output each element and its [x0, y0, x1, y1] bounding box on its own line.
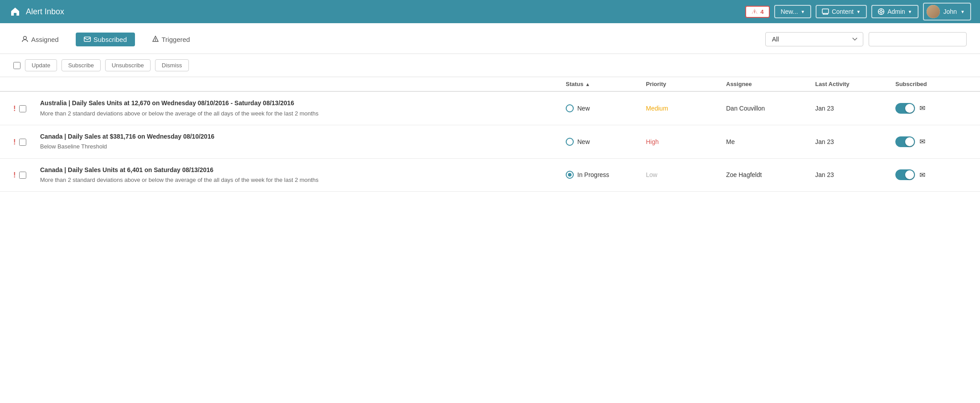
tabs-row: Assigned Subscribed Triggered All: [0, 23, 980, 54]
alert-number: 4: [760, 8, 764, 15]
table-headers: Status ▲ Priority Assignee Last Activity…: [0, 77, 980, 92]
row-left-1: !: [13, 104, 40, 113]
alert-title-1: Australia | Daily Sales Units at 12,670 …: [40, 99, 566, 108]
exclamation-icon-3: !: [13, 171, 16, 179]
user-dropdown-icon: ▼: [960, 9, 965, 14]
last-activity-cell-3: Jan 23: [815, 171, 895, 178]
search-wrapper: [869, 32, 967, 46]
alerts-list: ! Australia | Daily Sales Units at 12,67…: [0, 92, 980, 192]
tab-subscribed[interactable]: Subscribed: [76, 33, 135, 46]
status-label-1: New: [577, 105, 590, 112]
toggle-knob-2: [905, 137, 914, 146]
filter-dropdown[interactable]: All: [765, 32, 863, 46]
toggle-knob-3: [905, 170, 914, 179]
alert-desc-1: More than 2 standard deviations above or…: [40, 110, 566, 118]
row-checkbox-1[interactable]: [19, 105, 26, 112]
header-assignee-col[interactable]: Assignee: [726, 81, 815, 87]
alert-desc-3: More than 2 standard deviations above or…: [40, 176, 566, 184]
svg-rect-0: [822, 9, 829, 13]
row-checkbox-3[interactable]: [19, 172, 26, 179]
alert-count-badge[interactable]: 4: [745, 6, 770, 18]
assignee-cell-2: Me: [726, 138, 815, 145]
alert-row-1: ! Australia | Daily Sales Units at 12,67…: [0, 92, 980, 125]
exclamation-icon-1: !: [13, 105, 16, 113]
status-circle: [566, 138, 574, 146]
svg-point-3: [24, 37, 27, 40]
admin-button[interactable]: Admin ▼: [871, 5, 919, 18]
header-last-activity-col[interactable]: Last Activity: [815, 81, 895, 87]
subscribed-tab-label: Subscribed: [94, 36, 127, 43]
user-menu-button[interactable]: John ▼: [923, 3, 971, 21]
select-all-checkbox[interactable]: [13, 62, 20, 69]
mail-icon-1: ✉: [919, 104, 925, 112]
new-button[interactable]: New... ▼: [774, 5, 811, 18]
priority-cell-2: High: [646, 138, 726, 145]
action-bar: Update Subscribe Unsubscribe Dismiss: [0, 54, 980, 77]
subscribed-cell-1: ✉: [895, 103, 967, 114]
row-left-3: !: [13, 170, 40, 179]
content-button[interactable]: Content ▼: [816, 5, 867, 18]
last-activity-cell-2: Jan 23: [815, 138, 895, 145]
alert-title-2: Canada | Daily Sales at $381,716 on Wedn…: [40, 132, 566, 141]
mail-icon-3: ✉: [919, 171, 925, 179]
status-circle: [566, 171, 574, 179]
tab-triggered[interactable]: Triggered: [144, 33, 198, 46]
admin-dropdown-icon: ▼: [908, 9, 912, 14]
assigned-tab-label: Assigned: [31, 36, 59, 43]
dismiss-button[interactable]: Dismiss: [155, 59, 189, 71]
mail-icon-2: ✉: [919, 137, 925, 146]
svg-rect-4: [84, 37, 90, 41]
status-cell-3: In Progress: [566, 171, 646, 179]
header-actions: 4 New... ▼ Content ▼ Admin ▼: [745, 3, 971, 21]
tab-group: Assigned Subscribed Triggered: [13, 33, 765, 46]
header-subscribed-col[interactable]: Subscribed: [895, 81, 967, 87]
exclamation-icon-2: !: [13, 138, 16, 146]
alert-row-2: ! Canada | Daily Sales at $381,716 on We…: [0, 125, 980, 159]
assignee-cell-1: Dan Couvillon: [726, 105, 815, 112]
new-dropdown-icon: ▼: [800, 9, 805, 14]
status-sort-icon: ▲: [585, 82, 590, 87]
content-dropdown-icon: ▼: [856, 9, 861, 14]
app-logo-title: Alert Inbox: [9, 5, 745, 18]
subscribed-cell-2: ✉: [895, 136, 967, 147]
user-name: John: [943, 8, 957, 15]
subscribed-cell-3: ✉: [895, 169, 967, 180]
subscribe-toggle-3[interactable]: [895, 169, 915, 180]
subscribe-toggle-2[interactable]: [895, 136, 915, 147]
assignee-cell-3: Zoe Hagfeldt: [726, 171, 815, 178]
alert-content-1[interactable]: Australia | Daily Sales Units at 12,670 …: [40, 99, 566, 118]
alert-desc-2: Below Baseline Threshold: [40, 143, 566, 151]
app-title: Alert Inbox: [26, 7, 64, 16]
last-activity-cell-1: Jan 23: [815, 105, 895, 112]
triggered-tab-label: Triggered: [162, 36, 190, 43]
priority-cell-1: Medium: [646, 105, 726, 112]
row-checkbox-2[interactable]: [19, 139, 26, 146]
main-content: Assigned Subscribed Triggered All: [0, 23, 980, 403]
status-label-2: New: [577, 138, 590, 145]
user-avatar: [927, 5, 940, 18]
tab-assigned[interactable]: Assigned: [13, 33, 67, 46]
row-left-2: !: [13, 137, 40, 146]
unsubscribe-button[interactable]: Unsubscribe: [105, 59, 151, 71]
priority-cell-3: Low: [646, 171, 726, 178]
header-priority-col[interactable]: Priority: [646, 81, 726, 87]
subscribe-button[interactable]: Subscribe: [61, 59, 101, 71]
header-status-col[interactable]: Status ▲: [566, 81, 646, 87]
home-icon[interactable]: [9, 5, 21, 18]
alert-title-3: Canada | Daily Sales Units at 6,401 on S…: [40, 166, 566, 175]
toggle-knob-1: [905, 104, 914, 113]
svg-point-2: [880, 11, 882, 13]
app-header: Alert Inbox 4 New... ▼ Content ▼: [0, 0, 980, 23]
alert-content-2[interactable]: Canada | Daily Sales at $381,716 on Wedn…: [40, 132, 566, 151]
header-select-col: [13, 81, 40, 87]
search-input[interactable]: [869, 32, 967, 46]
tab-right-controls: All: [765, 32, 967, 46]
status-cell-2: New: [566, 138, 646, 146]
subscribe-toggle-1[interactable]: [895, 103, 915, 114]
status-circle: [566, 104, 574, 112]
alert-content-3[interactable]: Canada | Daily Sales Units at 6,401 on S…: [40, 166, 566, 185]
header-alert-col: [40, 81, 566, 87]
update-button[interactable]: Update: [25, 59, 57, 71]
alert-row-3: ! Canada | Daily Sales Units at 6,401 on…: [0, 159, 980, 192]
status-label-3: In Progress: [577, 171, 609, 178]
